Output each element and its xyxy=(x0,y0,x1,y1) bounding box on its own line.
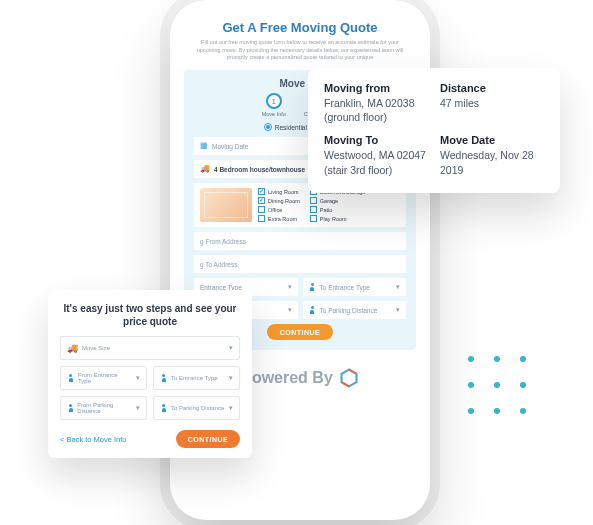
continue-button[interactable]: CONTINUE xyxy=(267,324,333,340)
person-icon xyxy=(160,404,167,412)
checkbox-icon xyxy=(258,197,265,204)
chevron-down-icon: ▾ xyxy=(288,306,292,314)
brand-hex-icon xyxy=(339,368,359,388)
person-icon xyxy=(309,306,316,314)
date-heading: Move Date xyxy=(440,134,544,146)
summary-card: Moving from Franklin, MA 02038 (ground f… xyxy=(308,68,560,193)
move-size-select-2[interactable]: 🚚 Move Size ▾ xyxy=(60,336,240,360)
chevron-down-icon: ▾ xyxy=(396,306,400,314)
distance-heading: Distance xyxy=(440,82,544,94)
from-heading: Moving from xyxy=(324,82,428,94)
checkbox-icon xyxy=(310,197,317,204)
date-value: Wednesday, Nov 28 2019 xyxy=(440,148,544,176)
from-entrance-select-2[interactable]: From Entrance Type▾ xyxy=(60,366,147,390)
chevron-down-icon: ▾ xyxy=(229,374,233,382)
powered-by-label: Powered By xyxy=(241,369,333,387)
to-entrance-select-2[interactable]: To Entrance Type▾ xyxy=(153,366,240,390)
to-entrance-select[interactable]: To Entrance Type▾ xyxy=(303,278,407,296)
decorative-dots xyxy=(468,356,534,422)
radio-dot-icon xyxy=(264,123,272,131)
back-link[interactable]: < Back to Move Info xyxy=(60,435,127,444)
calendar-icon: ▦ xyxy=(200,142,208,150)
step2-heading: It's easy just two steps and see your pr… xyxy=(60,302,240,328)
to-parking-select-2[interactable]: To Parking Distance▾ xyxy=(153,396,240,420)
opt-extra-room[interactable]: Extra Room xyxy=(258,215,300,222)
move-size-value: 4 Bedroom house/townhouse xyxy=(214,166,305,173)
entrance-row-2: From Entrance Type▾ To Entrance Type▾ xyxy=(60,366,240,390)
step2-card: It's easy just two steps and see your pr… xyxy=(48,290,252,458)
opt-office[interactable]: Office xyxy=(258,206,300,213)
to-parking-select[interactable]: To Parking Distance▾ xyxy=(303,301,407,319)
step-label-1: Move Info xyxy=(262,111,286,117)
step2-footer: < Back to Move Info CONTINUE xyxy=(60,430,240,448)
distance-value: 47 miles xyxy=(440,96,544,110)
floorplan-thumbnail xyxy=(200,188,252,222)
checkbox-icon xyxy=(258,188,265,195)
move-size-label: Move Size xyxy=(82,345,110,351)
step-move-info[interactable]: 1 Move Info xyxy=(262,93,286,117)
to-address-placeholder: g To Address xyxy=(200,261,237,268)
person-icon xyxy=(309,283,316,291)
person-icon xyxy=(67,374,74,382)
chevron-down-icon: ▾ xyxy=(136,374,140,382)
summary-to: Moving To Westwood, MA 02047 (stair 3rd … xyxy=(324,134,428,176)
chevron-down-icon: ▾ xyxy=(136,404,140,412)
page-subtitle: Fill out our free moving quote form belo… xyxy=(195,39,405,62)
truck-icon: 🚚 xyxy=(200,165,210,173)
truck-icon: 🚚 xyxy=(67,343,78,353)
to-value: Westwood, MA 02047 (stair 3rd floor) xyxy=(324,148,428,176)
checkbox-icon xyxy=(310,206,317,213)
chevron-down-icon: ▾ xyxy=(229,404,233,412)
room-options-grid: Living Room Basement/Storage Dining Room… xyxy=(258,188,365,222)
summary-distance: Distance 47 miles xyxy=(440,82,544,124)
page-title: Get A Free Moving Quote xyxy=(184,20,416,35)
opt-dining-room[interactable]: Dining Room xyxy=(258,197,300,204)
opt-living-room[interactable]: Living Room xyxy=(258,188,300,195)
person-icon xyxy=(67,404,73,412)
parking-row-2: From Parking Distance▾ To Parking Distan… xyxy=(60,396,240,420)
step-number-1: 1 xyxy=(266,93,282,109)
opt-garage[interactable]: Garage xyxy=(310,197,366,204)
radio-residential[interactable]: Residential xyxy=(264,123,307,131)
chevron-down-icon: ▾ xyxy=(396,283,400,291)
checkbox-icon xyxy=(258,215,265,222)
person-icon xyxy=(160,374,167,382)
checkbox-icon xyxy=(310,215,317,222)
continue-button-2[interactable]: CONTINUE xyxy=(176,430,240,448)
from-address-field[interactable]: g From Address xyxy=(194,232,406,250)
summary-from: Moving from Franklin, MA 02038 (ground f… xyxy=(324,82,428,124)
chevron-down-icon: ▾ xyxy=(288,283,292,291)
radio-label: Residential xyxy=(275,124,307,131)
chevron-down-icon: ▾ xyxy=(229,344,233,352)
checkbox-icon xyxy=(258,206,265,213)
opt-play-room[interactable]: Play Room xyxy=(310,215,366,222)
summary-date: Move Date Wednesday, Nov 28 2019 xyxy=(440,134,544,176)
opt-patio[interactable]: Patio xyxy=(310,206,366,213)
to-heading: Moving To xyxy=(324,134,428,146)
from-address-placeholder: g From Address xyxy=(200,238,246,245)
from-parking-select-2[interactable]: From Parking Distance▾ xyxy=(60,396,147,420)
to-address-field[interactable]: g To Address xyxy=(194,255,406,273)
from-value: Franklin, MA 02038 (ground floor) xyxy=(324,96,428,124)
moving-date-placeholder: Moving Date xyxy=(212,143,249,150)
